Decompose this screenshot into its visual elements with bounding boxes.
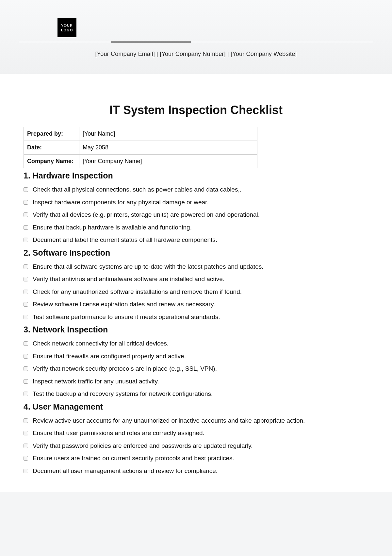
checkbox[interactable] [24,302,28,307]
checkbox[interactable] [24,456,28,461]
checklist-item: Check network connectivity for all criti… [24,339,368,348]
section-heading: 1. Hardware Inspection [24,171,368,180]
checklist-item-text: Document and label the current status of… [33,235,368,245]
meta-label: Date: [24,141,79,155]
checklist-item: Ensure that backup hardware is available… [24,223,368,232]
checklist-item: Verify that all devices (e.g. printers, … [24,210,368,220]
meta-row: Prepared by:[Your Name] [24,127,257,141]
checklist-item: Ensure that all software systems are up-… [24,262,368,272]
checklist-item-text: Ensure that all software systems are up-… [33,262,368,272]
meta-row: Company Name:[Your Company Name] [24,155,257,168]
section-heading: 2. Software Inspection [24,248,368,258]
checkbox[interactable] [24,238,28,242]
checkbox[interactable] [24,341,28,346]
checklist-item: Inspect network traffic for any unusual … [24,377,368,386]
meta-label: Company Name: [24,155,79,168]
checklist-item: Check that all physical connections, suc… [24,185,368,194]
checklist-item: Ensure users are trained on current secu… [24,454,368,463]
meta-label: Prepared by: [24,127,79,141]
section-heading: 4. User Management [24,402,368,412]
checklist-item: Ensure that firewalls are configured pro… [24,352,368,361]
checklist-item: Check for any unauthorized software inst… [24,287,368,297]
checklist-item: Test software performance to ensure it m… [24,312,368,322]
document-body: IT System Inspection Checklist Prepared … [0,74,392,492]
checklist-item-text: Ensure that backup hardware is available… [33,223,368,232]
checklist-item-text: Ensure that firewalls are configured pro… [33,352,368,361]
page-title: IT System Inspection Checklist [24,103,368,117]
logo-line1: YOUR [61,23,73,28]
checkbox[interactable] [24,418,28,423]
checklist-item-text: Check for any unauthorized software inst… [33,287,368,297]
checklist-item: Review software license expiration dates… [24,300,368,309]
header-banner: YOUR LOGO [Your Company Email] | [Your C… [0,0,392,74]
checklist-item-text: Inspect hardware components for any phys… [33,198,368,207]
checklist-item-text: Test the backup and recovery systems for… [33,389,368,399]
checklist-item-text: Verify that all devices (e.g. printers, … [33,210,368,220]
checklist-item: Verify that password policies are enforc… [24,441,368,451]
checkbox[interactable] [24,212,28,217]
checklist-item: Document and label the current status of… [24,235,368,245]
checklist-item: Review active user accounts for any unau… [24,416,368,426]
checkbox[interactable] [24,200,28,205]
checklist-item: Test the backup and recovery systems for… [24,389,368,399]
checkbox[interactable] [24,444,28,448]
meta-table: Prepared by:[Your Name]Date:May 2058Comp… [24,127,257,168]
checklist-item: Verify that network security protocols a… [24,364,368,374]
checkbox[interactable] [24,315,28,319]
checkbox[interactable] [24,225,28,230]
logo-line2: LOGO [61,28,73,32]
checkbox[interactable] [24,366,28,371]
section-heading: 3. Network Inspection [24,325,368,334]
meta-value: [Your Name] [79,127,257,141]
checklist-item-text: Review software license expiration dates… [33,300,368,309]
checkbox[interactable] [24,277,28,281]
checklist-item: Inspect hardware components for any phys… [24,198,368,207]
checklist-item-text: Verify that antivirus and antimalware so… [33,275,368,284]
meta-value: May 2058 [79,141,257,155]
checklist-item: Document all user management actions and… [24,466,368,476]
checklist-item-text: Document all user management actions and… [33,466,368,476]
checklist-item: Ensure that user permissions and roles a… [24,429,368,438]
checklist-item-text: Check network connectivity for all criti… [33,339,368,348]
checklist-item-text: Check that all physical connections, suc… [33,185,368,194]
checkbox[interactable] [24,469,28,473]
checklist-item: Verify that antivirus and antimalware so… [24,275,368,284]
contact-info: [Your Company Email] | [Your Company Num… [0,51,392,58]
header-divider [0,42,392,42]
checkbox[interactable] [24,431,28,435]
checklist-item-text: Verify that network security protocols a… [33,364,368,374]
checkbox[interactable] [24,187,28,192]
checklist-item-text: Test software performance to ensure it m… [33,312,368,322]
checkbox[interactable] [24,290,28,294]
meta-row: Date:May 2058 [24,141,257,155]
checklist-item-text: Inspect network traffic for any unusual … [33,377,368,386]
checkbox[interactable] [24,264,28,269]
checkbox[interactable] [24,379,28,384]
meta-value: [Your Company Name] [79,155,257,168]
checklist-item-text: Ensure that user permissions and roles a… [33,429,368,438]
checklist-item-text: Review active user accounts for any unau… [33,416,368,426]
checklist-item-text: Verify that password policies are enforc… [33,441,368,451]
checkbox[interactable] [24,354,28,359]
checkbox[interactable] [24,392,28,396]
logo-placeholder: YOUR LOGO [57,18,76,37]
checklist-item-text: Ensure users are trained on current secu… [33,454,368,463]
